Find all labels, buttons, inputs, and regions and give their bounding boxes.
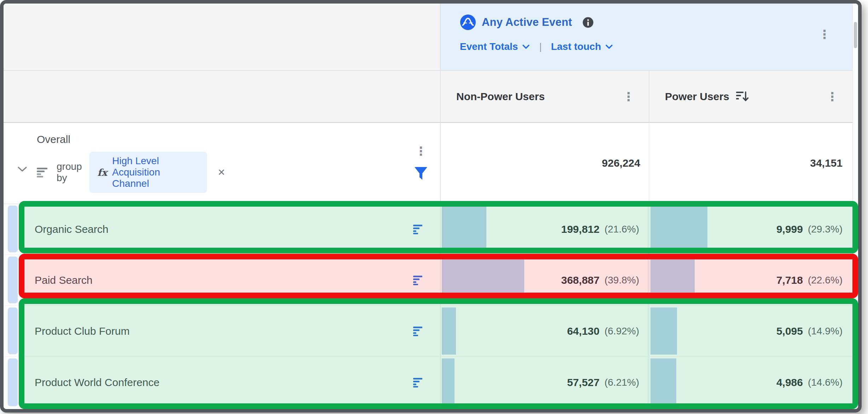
data-cell: 9,999 (29.3%) (649, 204, 852, 255)
row-group-indicator (8, 257, 18, 303)
cell-value-bar (442, 358, 455, 407)
cell-value: 4,986 (776, 376, 803, 389)
cell-percent: (6.92%) (604, 326, 639, 337)
column-header-power-users[interactable]: Power Users ⋮ (649, 71, 852, 123)
row-group-by-icon[interactable] (413, 224, 424, 234)
cell-percent: (29.3%) (808, 224, 843, 235)
row-label-cell: Product World Conference (4, 357, 441, 408)
row-group-indicator (8, 307, 18, 354)
info-icon[interactable] (583, 17, 594, 28)
metric-dropdown[interactable]: Event Totals (460, 41, 530, 52)
event-name[interactable]: Any Active Event (482, 16, 572, 29)
analytics-table: Any Active Event Event Totals | (4, 4, 858, 410)
cell-value: 9,999 (776, 223, 803, 235)
event-header: Any Active Event Event Totals | (441, 4, 852, 71)
overall-value-non-power: 926,224 (441, 123, 649, 204)
cell-value-bar (442, 307, 456, 355)
filter-funnel-icon[interactable] (414, 166, 428, 181)
cell-value-bar (442, 257, 524, 304)
cell-percent: (14.9%) (808, 326, 843, 337)
cell-percent: (39.8%) (604, 275, 639, 286)
row-group-indicator (8, 358, 18, 406)
data-cell: 7,718 (22.6%) (649, 255, 852, 306)
cell-percent: (14.6%) (808, 377, 843, 388)
metric-dropdown-label: Event Totals (460, 41, 518, 52)
attribution-dropdown-label: Last touch (551, 41, 601, 52)
cell-value-bar (442, 206, 486, 253)
column-header-non-power-users[interactable]: Non-Power Users ⋮ (441, 71, 649, 123)
row-label: Product World Conference (35, 376, 160, 389)
group-by-chip[interactable]: fx High Level Acquisition Channel (89, 152, 207, 193)
row-label: Organic Search (35, 223, 108, 235)
overall-value-power: 34,151 (649, 123, 852, 204)
screenshot-frame: Any Active Event Event Totals | (0, 0, 862, 413)
data-cell: 199,812 (21.6%) (441, 204, 649, 255)
overall-row-label-cell: Overall group by fx High Leve (4, 123, 441, 204)
row-label-cell: Paid Search (4, 255, 441, 306)
group-by-icon (37, 167, 50, 178)
cell-value-bar (650, 307, 677, 355)
cell-value: 5,095 (776, 325, 803, 337)
row-group-by-icon[interactable] (413, 326, 424, 336)
row-group-by-icon[interactable] (413, 275, 424, 285)
amplitude-event-icon (460, 14, 476, 30)
chevron-down-icon (605, 44, 613, 49)
chevron-down-icon (522, 44, 530, 49)
cell-value: 57,527 (567, 376, 600, 389)
row-label-header-empty (4, 71, 441, 123)
collapse-chevron-icon[interactable] (17, 166, 28, 172)
cell-percent: (6.21%) (604, 377, 639, 388)
cell-value: 7,718 (776, 274, 803, 286)
cell-value-bar (650, 206, 707, 253)
column-menu-kebab-icon[interactable]: ⋮ (826, 91, 838, 103)
row-label-cell: Organic Search (4, 204, 441, 255)
event-menu-kebab-icon[interactable]: ⋮ (818, 28, 831, 40)
cell-value: 368,887 (561, 274, 600, 286)
row-label: Paid Search (35, 274, 92, 286)
data-cell: 5,095 (14.9%) (649, 306, 852, 357)
column-label: Non-Power Users (456, 91, 545, 103)
data-cell: 57,527 (6.21%) (441, 357, 649, 408)
attribution-dropdown[interactable]: Last touch (551, 41, 613, 52)
cell-percent: (22.6%) (808, 275, 843, 286)
formula-fx-icon: fx (97, 167, 107, 178)
group-by-prefix: group by (57, 161, 82, 184)
group-by-chip-label: High Level Acquisition Channel (112, 155, 199, 189)
header-divider: | (537, 41, 544, 52)
cell-value: 64,130 (567, 325, 600, 337)
row-label-cell: Product Club Forum (4, 306, 441, 357)
overall-menu-kebab-icon[interactable]: ⋮ (415, 145, 427, 157)
row-label: Product Club Forum (35, 325, 129, 337)
row-group-indicator (8, 206, 18, 252)
column-menu-kebab-icon[interactable]: ⋮ (623, 91, 635, 103)
vertical-scrollbar[interactable] (852, 4, 858, 408)
data-cell: 4,986 (14.6%) (649, 357, 852, 408)
cell-value-bar (650, 358, 676, 407)
overall-label: Overall (37, 133, 70, 145)
cell-value-bar (650, 257, 695, 304)
row-group-by-icon[interactable] (413, 378, 424, 387)
data-cell: 64,130 (6.92%) (441, 306, 649, 357)
cell-value: 199,812 (561, 223, 600, 235)
cell-percent: (21.6%) (604, 224, 639, 235)
column-label: Power Users (665, 91, 729, 103)
data-cell: 368,887 (39.8%) (441, 255, 649, 306)
scrollbar-thumb[interactable] (854, 22, 857, 48)
chip-remove-icon[interactable]: ✕ (218, 167, 225, 178)
sort-descending-icon[interactable] (736, 91, 749, 103)
corner-empty-cell (4, 4, 441, 71)
